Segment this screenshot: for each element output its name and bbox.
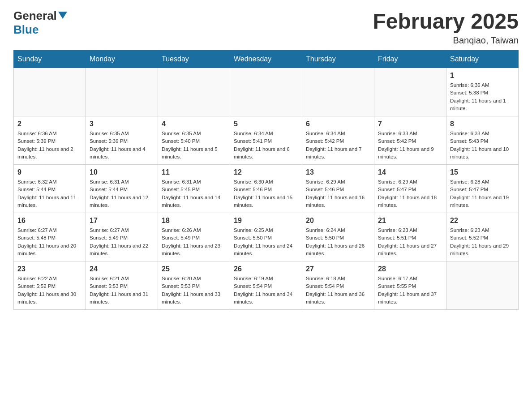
day-number: 27 xyxy=(306,265,370,273)
day-info: Sunrise: 6:32 AMSunset: 5:44 PMDaylight:… xyxy=(17,178,82,209)
day-info: Sunrise: 6:34 AMSunset: 5:42 PMDaylight:… xyxy=(306,130,370,161)
week-row-1: 1Sunrise: 6:36 AMSunset: 5:38 PMDaylight… xyxy=(14,68,519,116)
day-info: Sunrise: 6:36 AMSunset: 5:39 PMDaylight:… xyxy=(17,130,82,161)
calendar-cell xyxy=(14,68,86,116)
day-info: Sunrise: 6:23 AMSunset: 5:52 PMDaylight:… xyxy=(450,227,515,257)
week-row-3: 9Sunrise: 6:32 AMSunset: 5:44 PMDaylight… xyxy=(14,165,519,213)
day-number: 24 xyxy=(90,265,154,273)
day-number: 20 xyxy=(306,217,370,225)
day-info: Sunrise: 6:36 AMSunset: 5:38 PMDaylight:… xyxy=(450,81,515,112)
header-saturday: Saturday xyxy=(446,51,519,68)
calendar-cell: 21Sunrise: 6:23 AMSunset: 5:51 PMDayligh… xyxy=(374,213,446,261)
day-info: Sunrise: 6:19 AMSunset: 5:54 PMDaylight:… xyxy=(234,275,298,306)
day-info: Sunrise: 6:35 AMSunset: 5:39 PMDaylight:… xyxy=(90,130,154,161)
calendar-cell: 14Sunrise: 6:29 AMSunset: 5:47 PMDayligh… xyxy=(374,165,446,213)
day-number: 17 xyxy=(90,217,154,225)
calendar-cell: 24Sunrise: 6:21 AMSunset: 5:53 PMDayligh… xyxy=(86,261,158,310)
logo-general-label: General xyxy=(13,9,57,23)
header-wednesday: Wednesday xyxy=(230,51,302,68)
week-row-4: 16Sunrise: 6:27 AMSunset: 5:48 PMDayligh… xyxy=(14,213,519,261)
day-info: Sunrise: 6:29 AMSunset: 5:47 PMDaylight:… xyxy=(378,178,442,209)
day-number: 22 xyxy=(450,217,515,225)
header-sunday: Sunday xyxy=(14,51,86,68)
day-info: Sunrise: 6:28 AMSunset: 5:47 PMDaylight:… xyxy=(450,178,515,209)
calendar-cell: 8Sunrise: 6:33 AMSunset: 5:43 PMDaylight… xyxy=(446,116,519,165)
logo: General Blue xyxy=(13,9,67,37)
calendar-cell xyxy=(302,68,374,116)
calendar-location: Banqiao, Taiwan xyxy=(373,35,519,46)
day-info: Sunrise: 6:18 AMSunset: 5:54 PMDaylight:… xyxy=(306,275,370,306)
calendar-cell: 26Sunrise: 6:19 AMSunset: 5:54 PMDayligh… xyxy=(230,261,302,310)
day-number: 26 xyxy=(234,265,298,273)
day-info: Sunrise: 6:20 AMSunset: 5:53 PMDaylight:… xyxy=(162,275,226,306)
calendar-cell: 12Sunrise: 6:30 AMSunset: 5:46 PMDayligh… xyxy=(230,165,302,213)
logo-blue-label: Blue xyxy=(13,23,39,37)
logo-general-text: General xyxy=(13,9,67,23)
day-info: Sunrise: 6:21 AMSunset: 5:53 PMDaylight:… xyxy=(90,275,154,306)
day-info: Sunrise: 6:17 AMSunset: 5:55 PMDaylight:… xyxy=(378,275,442,306)
calendar-cell: 5Sunrise: 6:34 AMSunset: 5:41 PMDaylight… xyxy=(230,116,302,165)
calendar-cell: 16Sunrise: 6:27 AMSunset: 5:48 PMDayligh… xyxy=(14,213,86,261)
header-thursday: Thursday xyxy=(302,51,374,68)
calendar-cell: 15Sunrise: 6:28 AMSunset: 5:47 PMDayligh… xyxy=(446,165,519,213)
day-number: 15 xyxy=(450,168,515,176)
day-number: 11 xyxy=(162,168,226,176)
day-info: Sunrise: 6:26 AMSunset: 5:49 PMDaylight:… xyxy=(162,227,226,257)
day-info: Sunrise: 6:31 AMSunset: 5:44 PMDaylight:… xyxy=(90,178,154,209)
day-info: Sunrise: 6:35 AMSunset: 5:40 PMDaylight:… xyxy=(162,130,226,161)
title-area: February 2025 Banqiao, Taiwan xyxy=(373,9,519,46)
day-info: Sunrise: 6:22 AMSunset: 5:52 PMDaylight:… xyxy=(17,275,82,306)
day-number: 19 xyxy=(234,217,298,225)
calendar-cell: 18Sunrise: 6:26 AMSunset: 5:49 PMDayligh… xyxy=(158,213,230,261)
calendar-cell xyxy=(230,68,302,116)
day-info: Sunrise: 6:31 AMSunset: 5:45 PMDaylight:… xyxy=(162,178,226,209)
day-number: 23 xyxy=(17,265,82,273)
day-info: Sunrise: 6:27 AMSunset: 5:48 PMDaylight:… xyxy=(17,227,82,257)
calendar-cell: 4Sunrise: 6:35 AMSunset: 5:40 PMDaylight… xyxy=(158,116,230,165)
calendar-cell: 10Sunrise: 6:31 AMSunset: 5:44 PMDayligh… xyxy=(86,165,158,213)
calendar-cell: 17Sunrise: 6:27 AMSunset: 5:49 PMDayligh… xyxy=(86,213,158,261)
day-info: Sunrise: 6:25 AMSunset: 5:50 PMDaylight:… xyxy=(234,227,298,257)
calendar-body: 1Sunrise: 6:36 AMSunset: 5:38 PMDaylight… xyxy=(14,68,519,310)
week-row-5: 23Sunrise: 6:22 AMSunset: 5:52 PMDayligh… xyxy=(14,261,519,310)
day-info: Sunrise: 6:24 AMSunset: 5:50 PMDaylight:… xyxy=(306,227,370,257)
day-number: 18 xyxy=(162,217,226,225)
day-number: 12 xyxy=(234,168,298,176)
calendar-header: SundayMondayTuesdayWednesdayThursdayFrid… xyxy=(14,51,519,68)
calendar-cell: 9Sunrise: 6:32 AMSunset: 5:44 PMDaylight… xyxy=(14,165,86,213)
day-number: 25 xyxy=(162,265,226,273)
calendar-cell: 13Sunrise: 6:29 AMSunset: 5:46 PMDayligh… xyxy=(302,165,374,213)
day-number: 2 xyxy=(17,120,82,128)
day-info: Sunrise: 6:27 AMSunset: 5:49 PMDaylight:… xyxy=(90,227,154,257)
calendar-cell: 20Sunrise: 6:24 AMSunset: 5:50 PMDayligh… xyxy=(302,213,374,261)
day-number: 16 xyxy=(17,217,82,225)
calendar-cell: 19Sunrise: 6:25 AMSunset: 5:50 PMDayligh… xyxy=(230,213,302,261)
calendar-cell: 28Sunrise: 6:17 AMSunset: 5:55 PMDayligh… xyxy=(374,261,446,310)
calendar-cell: 27Sunrise: 6:18 AMSunset: 5:54 PMDayligh… xyxy=(302,261,374,310)
day-number: 7 xyxy=(378,120,442,128)
day-number: 10 xyxy=(90,168,154,176)
day-number: 4 xyxy=(162,120,226,128)
day-number: 14 xyxy=(378,168,442,176)
header-friday: Friday xyxy=(374,51,446,68)
calendar-cell xyxy=(374,68,446,116)
calendar-title: February 2025 xyxy=(373,9,519,34)
day-number: 8 xyxy=(450,120,515,128)
day-number: 13 xyxy=(306,168,370,176)
calendar-cell xyxy=(446,261,519,310)
day-number: 3 xyxy=(90,120,154,128)
calendar-cell: 7Sunrise: 6:33 AMSunset: 5:42 PMDaylight… xyxy=(374,116,446,165)
day-number: 6 xyxy=(306,120,370,128)
day-info: Sunrise: 6:29 AMSunset: 5:46 PMDaylight:… xyxy=(306,178,370,209)
calendar-cell: 2Sunrise: 6:36 AMSunset: 5:39 PMDaylight… xyxy=(14,116,86,165)
calendar-cell: 6Sunrise: 6:34 AMSunset: 5:42 PMDaylight… xyxy=(302,116,374,165)
day-info: Sunrise: 6:30 AMSunset: 5:46 PMDaylight:… xyxy=(234,178,298,209)
week-row-2: 2Sunrise: 6:36 AMSunset: 5:39 PMDaylight… xyxy=(14,116,519,165)
header-monday: Monday xyxy=(86,51,158,68)
calendar-table: SundayMondayTuesdayWednesdayThursdayFrid… xyxy=(13,50,519,310)
day-number: 21 xyxy=(378,217,442,225)
page-header: General Blue February 2025 Banqiao, Taiw… xyxy=(13,9,519,46)
day-info: Sunrise: 6:33 AMSunset: 5:43 PMDaylight:… xyxy=(450,130,515,161)
day-info: Sunrise: 6:23 AMSunset: 5:51 PMDaylight:… xyxy=(378,227,442,257)
calendar-cell: 25Sunrise: 6:20 AMSunset: 5:53 PMDayligh… xyxy=(158,261,230,310)
